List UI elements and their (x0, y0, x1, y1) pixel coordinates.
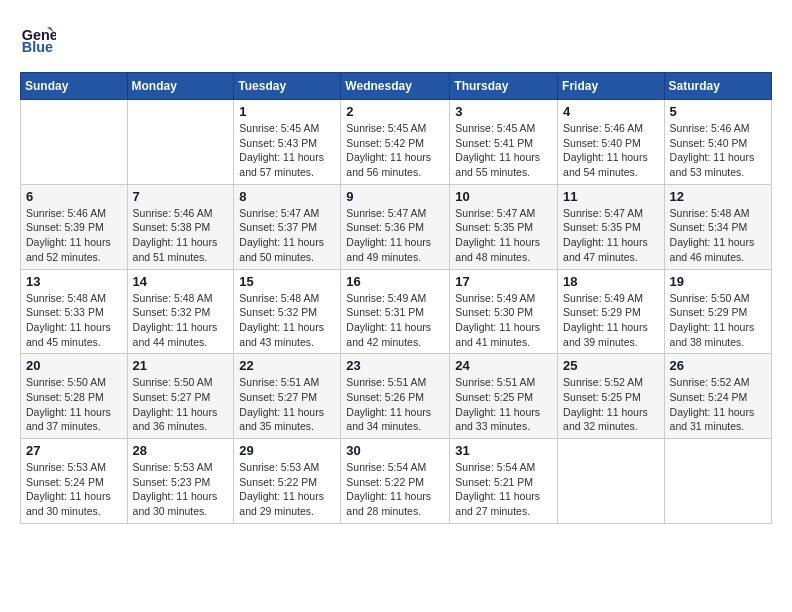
calendar-cell: 16Sunrise: 5:49 AM Sunset: 5:31 PM Dayli… (341, 269, 450, 354)
day-number: 26 (670, 358, 766, 373)
week-row-4: 20Sunrise: 5:50 AM Sunset: 5:28 PM Dayli… (21, 354, 772, 439)
day-info: Sunrise: 5:52 AM Sunset: 5:25 PM Dayligh… (563, 375, 659, 434)
day-number: 2 (346, 104, 444, 119)
day-number: 15 (239, 274, 335, 289)
header-saturday: Saturday (664, 73, 771, 100)
calendar-cell: 31Sunrise: 5:54 AM Sunset: 5:21 PM Dayli… (450, 439, 558, 524)
day-info: Sunrise: 5:50 AM Sunset: 5:27 PM Dayligh… (133, 375, 229, 434)
day-number: 9 (346, 189, 444, 204)
day-info: Sunrise: 5:46 AM Sunset: 5:40 PM Dayligh… (563, 121, 659, 180)
day-number: 28 (133, 443, 229, 458)
calendar-cell: 11Sunrise: 5:47 AM Sunset: 5:35 PM Dayli… (558, 184, 665, 269)
day-info: Sunrise: 5:45 AM Sunset: 5:43 PM Dayligh… (239, 121, 335, 180)
day-info: Sunrise: 5:46 AM Sunset: 5:40 PM Dayligh… (670, 121, 766, 180)
day-number: 17 (455, 274, 552, 289)
calendar-cell: 24Sunrise: 5:51 AM Sunset: 5:25 PM Dayli… (450, 354, 558, 439)
day-number: 22 (239, 358, 335, 373)
day-info: Sunrise: 5:54 AM Sunset: 5:22 PM Dayligh… (346, 460, 444, 519)
day-info: Sunrise: 5:46 AM Sunset: 5:38 PM Dayligh… (133, 206, 229, 265)
calendar-cell: 18Sunrise: 5:49 AM Sunset: 5:29 PM Dayli… (558, 269, 665, 354)
day-info: Sunrise: 5:47 AM Sunset: 5:35 PM Dayligh… (455, 206, 552, 265)
day-number: 19 (670, 274, 766, 289)
week-row-1: 1Sunrise: 5:45 AM Sunset: 5:43 PM Daylig… (21, 100, 772, 185)
day-info: Sunrise: 5:45 AM Sunset: 5:41 PM Dayligh… (455, 121, 552, 180)
day-number: 11 (563, 189, 659, 204)
day-info: Sunrise: 5:46 AM Sunset: 5:39 PM Dayligh… (26, 206, 122, 265)
calendar-cell: 9Sunrise: 5:47 AM Sunset: 5:36 PM Daylig… (341, 184, 450, 269)
week-row-2: 6Sunrise: 5:46 AM Sunset: 5:39 PM Daylig… (21, 184, 772, 269)
calendar-cell: 14Sunrise: 5:48 AM Sunset: 5:32 PM Dayli… (127, 269, 234, 354)
header-friday: Friday (558, 73, 665, 100)
calendar-cell: 10Sunrise: 5:47 AM Sunset: 5:35 PM Dayli… (450, 184, 558, 269)
page-header: General Blue (20, 20, 772, 56)
calendar-cell: 3Sunrise: 5:45 AM Sunset: 5:41 PM Daylig… (450, 100, 558, 185)
day-info: Sunrise: 5:51 AM Sunset: 5:27 PM Dayligh… (239, 375, 335, 434)
day-info: Sunrise: 5:48 AM Sunset: 5:32 PM Dayligh… (239, 291, 335, 350)
day-info: Sunrise: 5:54 AM Sunset: 5:21 PM Dayligh… (455, 460, 552, 519)
day-number: 13 (26, 274, 122, 289)
day-info: Sunrise: 5:50 AM Sunset: 5:29 PM Dayligh… (670, 291, 766, 350)
day-info: Sunrise: 5:47 AM Sunset: 5:36 PM Dayligh… (346, 206, 444, 265)
calendar-cell: 8Sunrise: 5:47 AM Sunset: 5:37 PM Daylig… (234, 184, 341, 269)
day-number: 5 (670, 104, 766, 119)
calendar-cell: 26Sunrise: 5:52 AM Sunset: 5:24 PM Dayli… (664, 354, 771, 439)
calendar-cell: 15Sunrise: 5:48 AM Sunset: 5:32 PM Dayli… (234, 269, 341, 354)
day-info: Sunrise: 5:47 AM Sunset: 5:35 PM Dayligh… (563, 206, 659, 265)
header-sunday: Sunday (21, 73, 128, 100)
calendar-cell (21, 100, 128, 185)
calendar-header-row: SundayMondayTuesdayWednesdayThursdayFrid… (21, 73, 772, 100)
day-number: 6 (26, 189, 122, 204)
calendar-cell: 28Sunrise: 5:53 AM Sunset: 5:23 PM Dayli… (127, 439, 234, 524)
calendar-cell (127, 100, 234, 185)
day-number: 4 (563, 104, 659, 119)
day-info: Sunrise: 5:48 AM Sunset: 5:33 PM Dayligh… (26, 291, 122, 350)
day-number: 25 (563, 358, 659, 373)
day-info: Sunrise: 5:51 AM Sunset: 5:25 PM Dayligh… (455, 375, 552, 434)
header-thursday: Thursday (450, 73, 558, 100)
day-number: 14 (133, 274, 229, 289)
day-number: 7 (133, 189, 229, 204)
day-number: 24 (455, 358, 552, 373)
day-info: Sunrise: 5:53 AM Sunset: 5:22 PM Dayligh… (239, 460, 335, 519)
day-info: Sunrise: 5:53 AM Sunset: 5:23 PM Dayligh… (133, 460, 229, 519)
calendar-cell: 2Sunrise: 5:45 AM Sunset: 5:42 PM Daylig… (341, 100, 450, 185)
day-info: Sunrise: 5:48 AM Sunset: 5:34 PM Dayligh… (670, 206, 766, 265)
calendar-cell: 29Sunrise: 5:53 AM Sunset: 5:22 PM Dayli… (234, 439, 341, 524)
day-info: Sunrise: 5:49 AM Sunset: 5:31 PM Dayligh… (346, 291, 444, 350)
calendar-cell: 19Sunrise: 5:50 AM Sunset: 5:29 PM Dayli… (664, 269, 771, 354)
calendar-cell: 17Sunrise: 5:49 AM Sunset: 5:30 PM Dayli… (450, 269, 558, 354)
logo-icon: General Blue (20, 20, 56, 56)
calendar-cell: 7Sunrise: 5:46 AM Sunset: 5:38 PM Daylig… (127, 184, 234, 269)
day-info: Sunrise: 5:49 AM Sunset: 5:29 PM Dayligh… (563, 291, 659, 350)
day-number: 3 (455, 104, 552, 119)
calendar-cell: 30Sunrise: 5:54 AM Sunset: 5:22 PM Dayli… (341, 439, 450, 524)
day-info: Sunrise: 5:48 AM Sunset: 5:32 PM Dayligh… (133, 291, 229, 350)
calendar-cell: 5Sunrise: 5:46 AM Sunset: 5:40 PM Daylig… (664, 100, 771, 185)
calendar-cell: 22Sunrise: 5:51 AM Sunset: 5:27 PM Dayli… (234, 354, 341, 439)
day-number: 21 (133, 358, 229, 373)
day-number: 16 (346, 274, 444, 289)
day-number: 31 (455, 443, 552, 458)
day-info: Sunrise: 5:49 AM Sunset: 5:30 PM Dayligh… (455, 291, 552, 350)
day-number: 30 (346, 443, 444, 458)
header-tuesday: Tuesday (234, 73, 341, 100)
calendar-cell: 23Sunrise: 5:51 AM Sunset: 5:26 PM Dayli… (341, 354, 450, 439)
calendar-table: SundayMondayTuesdayWednesdayThursdayFrid… (20, 72, 772, 524)
calendar-cell (558, 439, 665, 524)
calendar-cell: 27Sunrise: 5:53 AM Sunset: 5:24 PM Dayli… (21, 439, 128, 524)
header-monday: Monday (127, 73, 234, 100)
calendar-cell: 1Sunrise: 5:45 AM Sunset: 5:43 PM Daylig… (234, 100, 341, 185)
day-number: 27 (26, 443, 122, 458)
logo: General Blue (20, 20, 60, 56)
day-number: 1 (239, 104, 335, 119)
day-info: Sunrise: 5:47 AM Sunset: 5:37 PM Dayligh… (239, 206, 335, 265)
day-info: Sunrise: 5:53 AM Sunset: 5:24 PM Dayligh… (26, 460, 122, 519)
calendar-cell: 25Sunrise: 5:52 AM Sunset: 5:25 PM Dayli… (558, 354, 665, 439)
day-number: 23 (346, 358, 444, 373)
calendar-cell: 13Sunrise: 5:48 AM Sunset: 5:33 PM Dayli… (21, 269, 128, 354)
calendar-cell: 20Sunrise: 5:50 AM Sunset: 5:28 PM Dayli… (21, 354, 128, 439)
calendar-cell: 6Sunrise: 5:46 AM Sunset: 5:39 PM Daylig… (21, 184, 128, 269)
day-info: Sunrise: 5:50 AM Sunset: 5:28 PM Dayligh… (26, 375, 122, 434)
day-number: 20 (26, 358, 122, 373)
day-number: 18 (563, 274, 659, 289)
